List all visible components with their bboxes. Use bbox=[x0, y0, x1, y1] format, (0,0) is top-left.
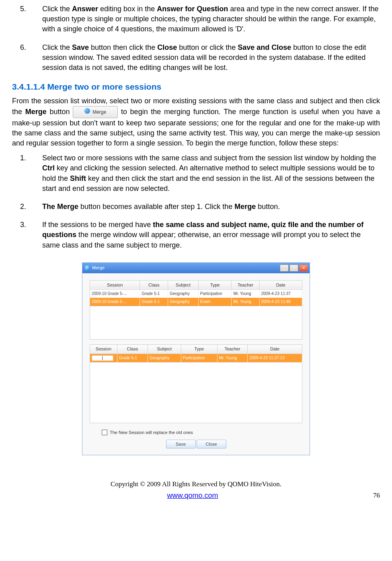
step-3: If the sessions to be merged have the sa… bbox=[42, 220, 380, 250]
replace-checkbox-label: The New Session will replace the old one… bbox=[110, 430, 193, 436]
merge-window: Merge _ □ ✕ Session Class Subject Type T… bbox=[82, 262, 310, 455]
continued-list: 5. Click the Answer editing box in the A… bbox=[12, 4, 380, 73]
table-header-row: Session Class Subject Type Teacher Date bbox=[90, 345, 302, 354]
footer-url[interactable]: www.qomo.com bbox=[167, 491, 218, 500]
app-icon bbox=[85, 265, 90, 271]
step-number-2: 2. bbox=[12, 202, 42, 212]
step-number-1: 1. bbox=[12, 153, 42, 194]
list-item-6: Click the Save button then click the Clo… bbox=[42, 43, 380, 73]
close-window-button[interactable]: Close bbox=[197, 440, 226, 448]
replace-checkbox[interactable] bbox=[102, 430, 107, 435]
table-header-row: Session Class Subject Type Teacher Date bbox=[90, 280, 302, 289]
table-row-selected[interactable]: 2009-10 Grade 5-... Grade 5-1 Geography … bbox=[90, 298, 302, 306]
source-table-body bbox=[90, 306, 302, 340]
table-row[interactable]: 2009-10 Grade 5-... Grade 5-1 Geography … bbox=[90, 290, 302, 298]
merge-button-inline: Merge bbox=[73, 106, 118, 118]
close-button[interactable]: ✕ bbox=[299, 264, 308, 272]
steps-list: 1. Select two or more sessions with the … bbox=[12, 153, 380, 250]
copyright-footer: Copyright © 2009 All Rights Reserved by … bbox=[12, 479, 380, 489]
step-2: The Merge button becomes available after… bbox=[42, 202, 280, 212]
table-row-editable[interactable]: | Grade 5-1 Geography Participation Mr. … bbox=[90, 354, 302, 362]
session-name-input[interactable]: | bbox=[92, 355, 113, 361]
minimize-button[interactable]: _ bbox=[280, 264, 289, 272]
maximize-button[interactable]: □ bbox=[289, 264, 298, 272]
section-heading: 3.4.1.1.4 Merge two or more sessions bbox=[12, 81, 380, 92]
step-number-3: 3. bbox=[12, 220, 42, 250]
intro-paragraph: From the session list window, select two… bbox=[12, 96, 380, 149]
titlebar: Merge _ □ ✕ bbox=[82, 263, 310, 273]
source-sessions-table: Session Class Subject Type Teacher Date … bbox=[90, 280, 302, 306]
window-title: Merge bbox=[92, 265, 105, 271]
replace-checkbox-row: The New Session will replace the old one… bbox=[102, 430, 302, 436]
list-number-6: 6. bbox=[12, 43, 42, 73]
list-item-5: Click the Answer editing box in the Answ… bbox=[42, 4, 380, 35]
merged-table-body bbox=[90, 362, 302, 423]
merged-session-table: Session Class Subject Type Teacher Date … bbox=[90, 344, 302, 362]
list-number-5: 5. bbox=[12, 4, 42, 35]
step-1: Select two or more sessions with the sam… bbox=[42, 153, 380, 194]
save-button[interactable]: Save bbox=[166, 440, 196, 448]
merge-icon bbox=[84, 108, 91, 115]
page-number: 76 bbox=[373, 491, 380, 500]
